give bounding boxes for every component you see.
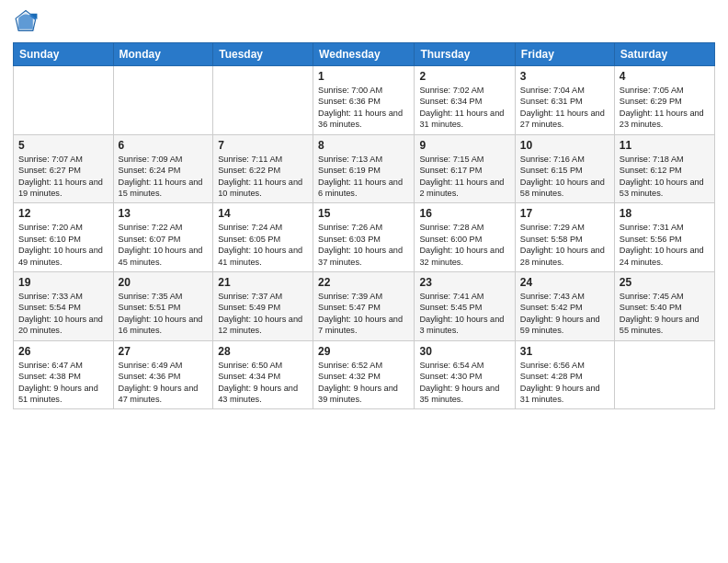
logo: [13, 9, 43, 35]
day-number: 8: [318, 139, 409, 152]
day-info: Sunrise: 7:31 AM Sunset: 5:56 PM Dayligh…: [620, 222, 710, 268]
day-number: 21: [218, 276, 308, 289]
calendar-cell: 12Sunrise: 7:20 AM Sunset: 6:10 PM Dayli…: [14, 203, 114, 272]
day-info: Sunrise: 7:09 AM Sunset: 6:24 PM Dayligh…: [119, 154, 209, 200]
day-number: 19: [18, 276, 108, 289]
calendar-cell: 27Sunrise: 6:49 AM Sunset: 4:36 PM Dayli…: [113, 340, 213, 409]
weekday-header: Tuesday: [213, 43, 313, 66]
calendar-cell: [213, 66, 313, 135]
calendar-cell: 10Sunrise: 7:16 AM Sunset: 6:15 PM Dayli…: [515, 134, 614, 203]
day-number: 27: [119, 345, 209, 358]
day-info: Sunrise: 7:35 AM Sunset: 5:51 PM Dayligh…: [119, 291, 209, 337]
logo-icon: [13, 9, 39, 35]
calendar-cell: 4Sunrise: 7:05 AM Sunset: 6:29 PM Daylig…: [614, 66, 714, 135]
day-number: 25: [620, 276, 710, 289]
calendar-cell: 20Sunrise: 7:35 AM Sunset: 5:51 PM Dayli…: [113, 272, 213, 341]
day-number: 1: [318, 70, 409, 83]
weekday-header: Sunday: [14, 43, 114, 66]
calendar-row: 12Sunrise: 7:20 AM Sunset: 6:10 PM Dayli…: [14, 203, 715, 272]
weekday-header: Wednesday: [313, 43, 415, 66]
calendar-cell: 18Sunrise: 7:31 AM Sunset: 5:56 PM Dayli…: [614, 203, 714, 272]
day-info: Sunrise: 6:56 AM Sunset: 4:28 PM Dayligh…: [520, 360, 609, 406]
day-number: 20: [119, 276, 209, 289]
weekday-row: SundayMondayTuesdayWednesdayThursdayFrid…: [14, 43, 715, 66]
calendar-cell: 3Sunrise: 7:04 AM Sunset: 6:31 PM Daylig…: [515, 66, 614, 135]
day-number: 7: [218, 139, 308, 152]
calendar-cell: 11Sunrise: 7:18 AM Sunset: 6:12 PM Dayli…: [614, 134, 714, 203]
day-info: Sunrise: 7:18 AM Sunset: 6:12 PM Dayligh…: [620, 154, 710, 200]
day-info: Sunrise: 7:45 AM Sunset: 5:40 PM Dayligh…: [620, 291, 710, 337]
day-info: Sunrise: 6:49 AM Sunset: 4:36 PM Dayligh…: [119, 360, 209, 406]
weekday-header: Friday: [515, 43, 614, 66]
day-info: Sunrise: 7:28 AM Sunset: 6:00 PM Dayligh…: [419, 222, 509, 268]
page: SundayMondayTuesdayWednesdayThursdayFrid…: [0, 0, 728, 563]
calendar-cell: [614, 340, 714, 409]
calendar-cell: 30Sunrise: 6:54 AM Sunset: 4:30 PM Dayli…: [415, 340, 515, 409]
calendar-cell: 17Sunrise: 7:29 AM Sunset: 5:58 PM Dayli…: [515, 203, 614, 272]
calendar-cell: 29Sunrise: 6:52 AM Sunset: 4:32 PM Dayli…: [313, 340, 415, 409]
day-number: 15: [318, 207, 409, 220]
day-number: 13: [119, 207, 209, 220]
calendar-cell: 7Sunrise: 7:11 AM Sunset: 6:22 PM Daylig…: [213, 134, 313, 203]
day-number: 22: [318, 276, 409, 289]
day-number: 10: [520, 139, 609, 152]
day-number: 14: [218, 207, 308, 220]
calendar-cell: 1Sunrise: 7:00 AM Sunset: 6:36 PM Daylig…: [313, 66, 415, 135]
day-number: 30: [419, 345, 509, 358]
day-number: 26: [18, 345, 108, 358]
day-number: 28: [218, 345, 308, 358]
calendar-cell: 8Sunrise: 7:13 AM Sunset: 6:19 PM Daylig…: [313, 134, 415, 203]
day-number: 11: [620, 139, 710, 152]
day-number: 17: [520, 207, 609, 220]
day-number: 3: [520, 70, 609, 83]
day-info: Sunrise: 7:13 AM Sunset: 6:19 PM Dayligh…: [318, 154, 409, 200]
day-info: Sunrise: 7:24 AM Sunset: 6:05 PM Dayligh…: [218, 222, 308, 268]
day-info: Sunrise: 7:33 AM Sunset: 5:54 PM Dayligh…: [18, 291, 108, 337]
day-info: Sunrise: 7:37 AM Sunset: 5:49 PM Dayligh…: [218, 291, 308, 337]
day-info: Sunrise: 7:07 AM Sunset: 6:27 PM Dayligh…: [18, 154, 108, 200]
day-info: Sunrise: 7:29 AM Sunset: 5:58 PM Dayligh…: [520, 222, 609, 268]
day-number: 5: [18, 139, 108, 152]
weekday-header: Thursday: [415, 43, 515, 66]
calendar-cell: 25Sunrise: 7:45 AM Sunset: 5:40 PM Dayli…: [614, 272, 714, 341]
day-info: Sunrise: 7:39 AM Sunset: 5:47 PM Dayligh…: [318, 291, 409, 337]
day-info: Sunrise: 7:16 AM Sunset: 6:15 PM Dayligh…: [520, 154, 609, 200]
calendar-cell: 19Sunrise: 7:33 AM Sunset: 5:54 PM Dayli…: [14, 272, 114, 341]
calendar-cell: 21Sunrise: 7:37 AM Sunset: 5:49 PM Dayli…: [213, 272, 313, 341]
calendar-cell: 14Sunrise: 7:24 AM Sunset: 6:05 PM Dayli…: [213, 203, 313, 272]
day-info: Sunrise: 7:41 AM Sunset: 5:45 PM Dayligh…: [419, 291, 509, 337]
header: [13, 9, 715, 35]
day-info: Sunrise: 6:54 AM Sunset: 4:30 PM Dayligh…: [419, 360, 509, 406]
day-number: 24: [520, 276, 609, 289]
calendar-cell: [14, 66, 114, 135]
day-number: 16: [419, 207, 509, 220]
calendar-table: SundayMondayTuesdayWednesdayThursdayFrid…: [13, 42, 715, 409]
day-number: 23: [419, 276, 509, 289]
day-info: Sunrise: 7:05 AM Sunset: 6:29 PM Dayligh…: [620, 85, 710, 131]
calendar-cell: 23Sunrise: 7:41 AM Sunset: 5:45 PM Dayli…: [415, 272, 515, 341]
day-info: Sunrise: 6:50 AM Sunset: 4:34 PM Dayligh…: [218, 360, 308, 406]
calendar-cell: 31Sunrise: 6:56 AM Sunset: 4:28 PM Dayli…: [515, 340, 614, 409]
day-info: Sunrise: 7:04 AM Sunset: 6:31 PM Dayligh…: [520, 85, 609, 131]
calendar-cell: 2Sunrise: 7:02 AM Sunset: 6:34 PM Daylig…: [415, 66, 515, 135]
weekday-header: Saturday: [614, 43, 714, 66]
calendar-cell: 16Sunrise: 7:28 AM Sunset: 6:00 PM Dayli…: [415, 203, 515, 272]
day-number: 6: [119, 139, 209, 152]
calendar-header: SundayMondayTuesdayWednesdayThursdayFrid…: [14, 43, 715, 66]
day-number: 4: [620, 70, 710, 83]
day-info: Sunrise: 7:02 AM Sunset: 6:34 PM Dayligh…: [419, 85, 509, 131]
day-number: 2: [419, 70, 509, 83]
day-info: Sunrise: 7:15 AM Sunset: 6:17 PM Dayligh…: [419, 154, 509, 200]
day-number: 12: [18, 207, 108, 220]
day-info: Sunrise: 6:52 AM Sunset: 4:32 PM Dayligh…: [318, 360, 409, 406]
calendar-cell: 15Sunrise: 7:26 AM Sunset: 6:03 PM Dayli…: [313, 203, 415, 272]
day-number: 31: [520, 345, 609, 358]
day-number: 18: [620, 207, 710, 220]
calendar-row: 5Sunrise: 7:07 AM Sunset: 6:27 PM Daylig…: [14, 134, 715, 203]
calendar-row: 26Sunrise: 6:47 AM Sunset: 4:38 PM Dayli…: [14, 340, 715, 409]
day-number: 29: [318, 345, 409, 358]
day-info: Sunrise: 7:26 AM Sunset: 6:03 PM Dayligh…: [318, 222, 409, 268]
weekday-header: Monday: [113, 43, 213, 66]
calendar-row: 19Sunrise: 7:33 AM Sunset: 5:54 PM Dayli…: [14, 272, 715, 341]
calendar-cell: 24Sunrise: 7:43 AM Sunset: 5:42 PM Dayli…: [515, 272, 614, 341]
